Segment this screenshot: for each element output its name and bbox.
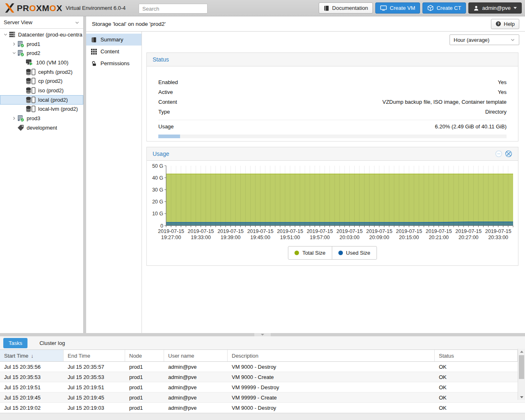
column-header-description[interactable]: Description xyxy=(228,350,435,361)
search-input[interactable] xyxy=(139,4,208,14)
column-header-label: User name xyxy=(168,353,194,359)
svg-text:19:57:00: 19:57:00 xyxy=(310,235,330,240)
task-cell-node: prod1 xyxy=(125,403,164,413)
tree-item-prod1[interactable]: prod1 xyxy=(0,39,83,49)
monitor-icon xyxy=(380,5,387,11)
tree-item-prod3[interactable]: prod3 xyxy=(0,114,83,123)
svg-text:20:27:00: 20:27:00 xyxy=(459,235,479,240)
lock-icon xyxy=(91,61,97,66)
tree-indent xyxy=(11,124,17,131)
status-row-usage: Usage6.20% (2.49 GiB of 40.11 GiB) xyxy=(158,120,507,131)
horizontal-splitter[interactable] xyxy=(0,333,525,336)
tab-content[interactable]: Content xyxy=(86,46,142,57)
svg-text:19:51:00: 19:51:00 xyxy=(280,235,300,240)
page-title: Storage 'local' on node 'prod2' xyxy=(92,21,166,27)
collapse-arrow-icon[interactable] xyxy=(2,31,9,38)
legend-used-size[interactable]: Used Size xyxy=(332,247,377,259)
status-value: 6.20% (2.49 GiB of 40.11 GiB) xyxy=(435,123,507,130)
svg-text:20:09:00: 20:09:00 xyxy=(369,235,389,240)
storage-icon xyxy=(26,105,36,112)
tree-item-cephfs-prod2[interactable]: cephfs (prod2) xyxy=(0,67,83,77)
zoom-out-icon[interactable] xyxy=(495,150,502,158)
task-cell-end-time: Jul 15 20:35:57 xyxy=(64,362,125,372)
svg-text:0: 0 xyxy=(160,223,163,229)
task-cell-status: OK xyxy=(435,362,518,372)
task-row[interactable]: Jul 15 20:19:02Jul 15 20:19:03prod1admin… xyxy=(0,403,525,413)
column-header-user-name[interactable]: User name xyxy=(164,350,228,361)
tree-item-datacenter-prod-eu-centra[interactable]: Datacenter (prod-eu-centra xyxy=(0,30,83,39)
tree-item-local-prod2[interactable]: local (prod2) xyxy=(0,95,83,105)
svg-text:20:03:00: 20:03:00 xyxy=(340,235,360,240)
book-icon xyxy=(91,37,97,43)
tree-indent xyxy=(19,87,26,94)
task-cell-node: prod1 xyxy=(125,393,164,402)
tree-item-prod2[interactable]: prod2 xyxy=(0,48,83,58)
task-cell-status: OK xyxy=(435,372,518,382)
column-header-start-time[interactable]: Start Time↓ xyxy=(0,350,64,361)
scroll-up-icon[interactable] xyxy=(518,349,525,354)
tree-indent xyxy=(19,78,26,84)
column-header-label: End Time xyxy=(68,353,90,359)
task-row[interactable]: Jul 15 20:35:53Jul 15 20:35:53prod1admin… xyxy=(0,372,525,382)
tree-indent xyxy=(19,59,26,66)
task-row[interactable]: Jul 15 20:35:56Jul 15 20:35:57prod1admin… xyxy=(0,362,525,372)
time-range-select[interactable]: Hour (average) xyxy=(450,34,519,45)
column-header-status[interactable]: Status xyxy=(435,350,518,361)
undo-zoom-icon[interactable] xyxy=(505,150,512,158)
svg-text:50 G: 50 G xyxy=(152,163,163,169)
tree-item-label: cp (prod2) xyxy=(38,78,62,84)
tab-summary[interactable]: Summary xyxy=(86,34,142,46)
usage-progress-bar xyxy=(158,135,507,138)
splitter-collapse-handle[interactable] xyxy=(254,333,271,336)
task-row[interactable]: Jul 15 20:19:51Jul 15 20:19:51prod1admin… xyxy=(0,382,525,393)
svg-text:10 G: 10 G xyxy=(152,211,163,217)
usage-panel-title: Usage xyxy=(153,151,169,157)
svg-text:30 G: 30 G xyxy=(152,187,163,193)
storage-nav-panel: SummaryContentPermissions xyxy=(86,32,142,333)
tree-indent xyxy=(19,68,26,75)
column-header-end-time[interactable]: End Time xyxy=(64,350,125,361)
user-menu-button[interactable]: admin@pve xyxy=(468,2,522,14)
svg-text:2019-07-15: 2019-07-15 xyxy=(158,228,184,234)
view-selector-dropdown[interactable]: Server View xyxy=(0,16,83,29)
expand-arrow-icon[interactable] xyxy=(11,115,17,122)
svg-text:2019-07-15: 2019-07-15 xyxy=(307,228,333,234)
tab-permissions[interactable]: Permissions xyxy=(86,57,142,69)
scroll-down-icon[interactable] xyxy=(518,394,525,400)
tree-item-label: prod2 xyxy=(27,50,40,56)
task-row[interactable]: Jul 15 20:19:45Jul 15 20:19:45prod1admin… xyxy=(0,393,525,403)
task-cell-node: prod1 xyxy=(125,372,164,382)
expand-arrow-icon[interactable] xyxy=(11,41,17,47)
task-cell-status: OK xyxy=(435,382,518,392)
collapse-arrow-icon[interactable] xyxy=(11,50,17,57)
usage-panel-header: Usage xyxy=(147,147,518,161)
tag-icon xyxy=(17,124,24,131)
tree-item-100-vm-100[interactable]: 100 (VM 100) xyxy=(0,58,83,67)
tree-item-local-lvm-prod2[interactable]: local-lvm (prod2) xyxy=(0,105,83,114)
svg-text:20:15:00: 20:15:00 xyxy=(399,235,419,240)
svg-text:2019-07-15: 2019-07-15 xyxy=(455,228,482,234)
column-header-node[interactable]: Node xyxy=(125,350,164,361)
svg-text:?: ? xyxy=(498,22,500,26)
legend-dot-icon xyxy=(294,251,299,255)
task-cell-start-time: Jul 15 20:19:02 xyxy=(0,403,64,413)
help-button[interactable]: ? Help xyxy=(491,19,519,29)
scrollbar-thumb[interactable] xyxy=(519,355,524,379)
tree-item-development[interactable]: development xyxy=(0,123,83,132)
task-cell-status: OK xyxy=(435,393,518,402)
tree-item-cp-prod2[interactable]: cp (prod2) xyxy=(0,76,83,86)
tasks-scrollbar[interactable] xyxy=(518,349,525,400)
create-ct-button[interactable]: Create CT xyxy=(422,2,466,14)
legend-total-size[interactable]: Total Size xyxy=(288,247,331,259)
horizontal-scroll-track[interactable] xyxy=(0,413,525,420)
tab-cluster-log[interactable]: Cluster log xyxy=(34,338,70,348)
tab-tasks[interactable]: Tasks xyxy=(3,338,27,348)
tree-item-label: development xyxy=(27,125,57,131)
tree-item-label: 100 (VM 100) xyxy=(36,59,68,66)
status-body: EnabledYesActiveYesContentVZDump backup … xyxy=(147,66,518,138)
tree-item-iso-prod2[interactable]: iso (prod2) xyxy=(0,86,83,95)
documentation-button[interactable]: Documentation xyxy=(319,2,373,14)
resource-tree: Datacenter (prod-eu-centraprod1prod2100 … xyxy=(0,29,83,132)
create-vm-button[interactable]: Create VM xyxy=(375,2,420,14)
svg-text:2019-07-15: 2019-07-15 xyxy=(396,228,422,234)
